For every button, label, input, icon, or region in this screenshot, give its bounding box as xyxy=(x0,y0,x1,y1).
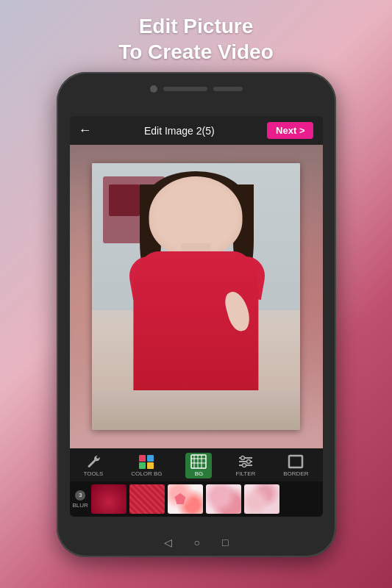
phone-shell: ← Edit Image 2(5) Next > xyxy=(57,72,336,557)
svg-rect-16 xyxy=(289,456,302,467)
title-line1: Edit Picture xyxy=(118,13,274,39)
tool-filter-label: FILTER xyxy=(235,470,255,477)
phone-top-bar xyxy=(150,85,243,93)
svg-point-15 xyxy=(242,464,246,467)
nav-recents-button[interactable]: □ xyxy=(222,537,228,548)
bg-thumbnail-3[interactable] xyxy=(168,484,203,514)
bg-thumbnail-4[interactable] xyxy=(206,484,241,514)
blur-label: BLUR xyxy=(73,502,88,509)
svg-rect-0 xyxy=(139,455,146,462)
nav-back-button[interactable]: ◁ xyxy=(164,537,172,548)
header-title: Edit Image 2(5) xyxy=(144,125,215,137)
phone-screen: ← Edit Image 2(5) Next > xyxy=(70,116,323,517)
wrench-icon xyxy=(85,454,102,469)
photo-floor xyxy=(92,390,299,431)
image-preview xyxy=(70,145,323,448)
bg-icon xyxy=(190,454,207,469)
svg-rect-2 xyxy=(139,462,146,469)
app-header: ← Edit Image 2(5) Next > xyxy=(70,116,323,145)
phone-wrapper: ← Edit Image 2(5) Next > xyxy=(57,72,336,557)
photo-frame xyxy=(92,163,299,430)
bg-thumbnail-2[interactable] xyxy=(129,484,165,514)
next-button[interactable]: Next > xyxy=(267,122,313,139)
sensor-bar xyxy=(213,87,243,91)
back-button[interactable]: ← xyxy=(79,123,92,138)
tool-tools[interactable]: TOOLS xyxy=(79,453,107,478)
filter-icon xyxy=(237,454,254,469)
tool-border[interactable]: BORDER xyxy=(279,453,313,478)
border-icon xyxy=(287,454,304,469)
bg-thumbnail-1[interactable] xyxy=(91,484,126,514)
svg-rect-1 xyxy=(147,455,154,462)
title-area: Edit Picture To Create Video xyxy=(118,0,274,72)
photo-bg-decoration2 xyxy=(109,184,140,217)
svg-rect-4 xyxy=(191,455,206,468)
nav-home-button[interactable]: ○ xyxy=(194,537,200,548)
bg-strip: 3 BLUR xyxy=(70,481,323,517)
phone-bottom-bar: ◁ ○ □ xyxy=(123,537,270,548)
blur-count: 3 xyxy=(75,490,85,501)
bg-thumbnail-5[interactable] xyxy=(244,484,279,514)
color-bg-icon xyxy=(138,454,155,469)
tool-color-bg[interactable]: COLOR BG xyxy=(126,453,166,478)
tools-bar: TOOLS COLOR BG xyxy=(70,448,323,481)
tool-border-label: BORDER xyxy=(283,470,308,477)
speaker-bar xyxy=(163,87,207,91)
svg-point-14 xyxy=(246,460,250,464)
tool-tools-label: TOOLS xyxy=(83,470,103,477)
tool-bg-label: BG xyxy=(195,470,204,477)
title-line2: To Create Video xyxy=(118,39,274,65)
svg-rect-3 xyxy=(147,462,154,469)
photo-content xyxy=(92,163,299,430)
camera-dot xyxy=(150,85,157,93)
tool-color-bg-label: COLOR BG xyxy=(131,470,162,477)
tool-filter[interactable]: FILTER xyxy=(231,453,260,478)
svg-point-13 xyxy=(240,456,244,460)
tool-bg[interactable]: BG xyxy=(185,453,212,478)
blur-badge: 3 BLUR xyxy=(73,490,88,509)
